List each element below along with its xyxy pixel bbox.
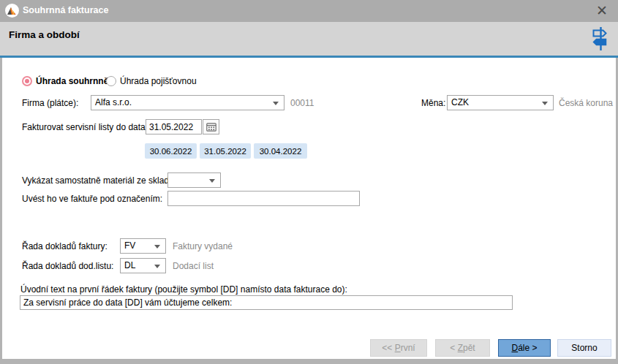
next-button-mnemonic: D [511, 343, 518, 353]
firma-code: 00011 [290, 98, 314, 109]
dialog-souhrnna-fakturace: Souhrnná fakturace ✕ Firma a období Úhra… [0, 0, 618, 364]
titlebar: Souhrnná fakturace ✕ [0, 0, 618, 22]
page-title: Firma a období [9, 29, 80, 40]
app-logo-icon [5, 4, 19, 18]
designation-input[interactable] [167, 191, 360, 206]
firma-label: Firma (plátce): [22, 98, 78, 109]
designation-label: Uvést ho ve faktuře pod označením: [22, 194, 162, 205]
radio-uhrada-pojistovnou-label[interactable]: Úhrada pojišťovnou [120, 76, 197, 87]
back-button-prefix: < [450, 343, 457, 353]
material-select[interactable] [167, 172, 221, 188]
mena-note: Česká koruna [559, 98, 613, 109]
wizard-header: Firma a období [0, 22, 618, 56]
invoice-until-label: Fakturovat servisní listy do data: [22, 122, 148, 133]
series-invoice-note: Faktury vydané [173, 241, 233, 252]
invoice-until-date-input[interactable] [146, 119, 202, 134]
calendar-icon[interactable] [203, 119, 219, 134]
series-invoice-select[interactable]: FV [120, 238, 166, 254]
cancel-button-label: Storno [571, 343, 597, 353]
series-invoice-label: Řada dokladů faktury: [22, 241, 108, 252]
first-button-rest: rvní [401, 343, 415, 353]
series-delivery-label: Řada dokladů dod.listu: [22, 261, 113, 272]
intro-text-label: Úvodní text na první řádek faktury (použ… [20, 284, 347, 295]
first-button-mnemonic: P [395, 343, 401, 353]
back-button-mnemonic: Z [458, 343, 463, 353]
date-chip[interactable]: 30.04.2022 [254, 143, 307, 159]
date-chip[interactable]: 30.06.2022 [145, 143, 197, 159]
first-button[interactable]: << První [370, 339, 427, 357]
material-label: Vykázat samostatně materiál ze skladu: [22, 175, 176, 186]
series-delivery-select[interactable]: DL [120, 258, 166, 273]
firma-select[interactable]: Alfa s.r.o. [91, 95, 284, 110]
cancel-button[interactable]: Storno [557, 339, 611, 357]
radio-uhrada-pojistovnou[interactable] [106, 76, 116, 86]
mena-label: Měna: [421, 98, 445, 109]
radio-uhrada-souhrnne-label[interactable]: Úhrada souhrnně [36, 76, 108, 87]
date-chip[interactable]: 31.05.2022 [200, 143, 251, 159]
series-delivery-note: Dodací list [173, 261, 214, 272]
next-button[interactable]: Dále > [498, 339, 551, 357]
intro-text-input[interactable] [20, 295, 513, 310]
first-button-prefix: << [382, 343, 394, 353]
radio-uhrada-souhrnne[interactable] [22, 76, 32, 86]
signpost-icon [590, 26, 609, 54]
back-button[interactable]: < Zpět [435, 339, 490, 357]
back-button-rest: pět [463, 343, 475, 353]
close-icon[interactable]: ✕ [593, 2, 611, 20]
next-button-rest: ále > [518, 343, 537, 353]
window-title: Souhrnná fakturace [23, 5, 108, 15]
mena-select[interactable]: CZK [447, 95, 554, 110]
